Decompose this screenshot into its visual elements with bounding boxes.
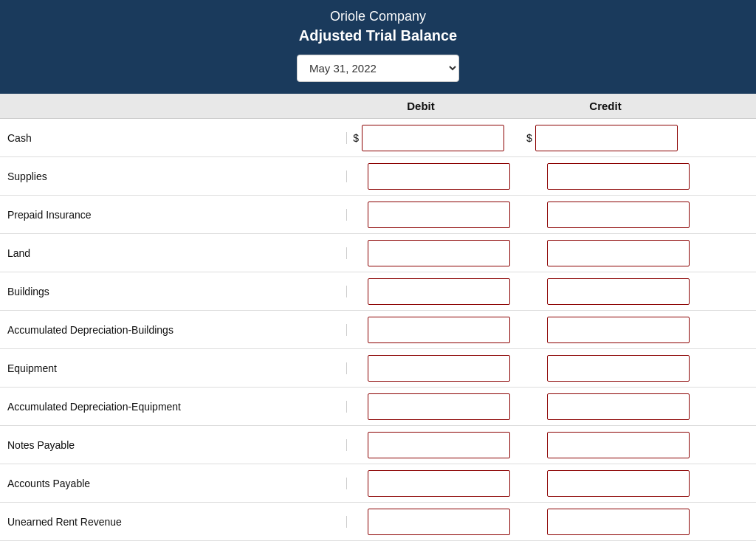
table-row: Cash$$	[0, 119, 756, 157]
credit-input[interactable]	[547, 393, 690, 420]
row-label: Accumulated Depreciation-Buildings	[0, 324, 347, 336]
table-area: Cash$$SuppliesPrepaid InsuranceLandBuild…	[0, 119, 756, 544]
table-row: Salaries and Wages Payable	[0, 541, 756, 544]
credit-input[interactable]	[547, 202, 690, 228]
debit-input[interactable]	[362, 125, 504, 151]
debit-input[interactable]	[368, 509, 510, 535]
dollar-sign-debit: $	[347, 132, 362, 144]
row-label: Notes Payable	[0, 439, 347, 451]
column-headers: Debit Credit	[0, 94, 756, 119]
row-label: Buildings	[0, 286, 347, 297]
credit-input[interactable]	[547, 470, 690, 497]
table-row: Notes Payable	[0, 426, 756, 464]
credit-input[interactable]	[547, 355, 690, 382]
debit-input[interactable]	[368, 355, 510, 382]
row-label: Unearned Rent Revenue	[0, 516, 347, 528]
debit-input[interactable]	[368, 470, 510, 497]
table-row: Accumulated Depreciation-Buildings	[0, 311, 756, 349]
table-row: Supplies	[0, 157, 756, 196]
date-select[interactable]: May 31, 2022 June 30, 2022 July 31, 2022	[297, 55, 459, 82]
table-row: Land	[0, 234, 756, 272]
credit-input[interactable]	[547, 317, 690, 343]
report-title: Adjusted Trial Balance	[0, 27, 756, 44]
credit-input[interactable]	[547, 240, 690, 266]
table-row: Prepaid Insurance	[0, 196, 756, 234]
table-row: Equipment	[0, 349, 756, 388]
row-label: Equipment	[0, 362, 347, 374]
credit-input[interactable]	[535, 125, 678, 151]
credit-input[interactable]	[547, 163, 690, 190]
credit-header: Credit	[535, 100, 676, 112]
dollar-sign-credit: $	[515, 132, 535, 144]
debit-input[interactable]	[368, 240, 510, 266]
row-label: Supplies	[0, 171, 347, 182]
row-label: Accumulated Depreciation-Equipment	[0, 401, 347, 413]
company-name: Oriole Company	[0, 9, 756, 24]
credit-input[interactable]	[547, 509, 690, 535]
debit-input[interactable]	[368, 393, 510, 420]
debit-input[interactable]	[368, 163, 510, 190]
row-label: Cash	[0, 132, 347, 144]
row-label: Accounts Payable	[0, 478, 347, 489]
debit-input[interactable]	[368, 202, 510, 228]
debit-input[interactable]	[368, 432, 510, 458]
debit-input[interactable]	[368, 278, 510, 305]
debit-input[interactable]	[368, 317, 510, 343]
table-row: Buildings	[0, 272, 756, 311]
table-row: Unearned Rent Revenue	[0, 503, 756, 541]
row-label: Land	[0, 247, 347, 259]
row-label: Prepaid Insurance	[0, 209, 347, 221]
header: Oriole Company Adjusted Trial Balance Ma…	[0, 0, 756, 94]
table-row: Accumulated Depreciation-Equipment	[0, 388, 756, 426]
table-row: Accounts Payable	[0, 464, 756, 503]
debit-header: Debit	[351, 100, 491, 112]
credit-input[interactable]	[547, 278, 690, 305]
credit-input[interactable]	[547, 432, 690, 458]
